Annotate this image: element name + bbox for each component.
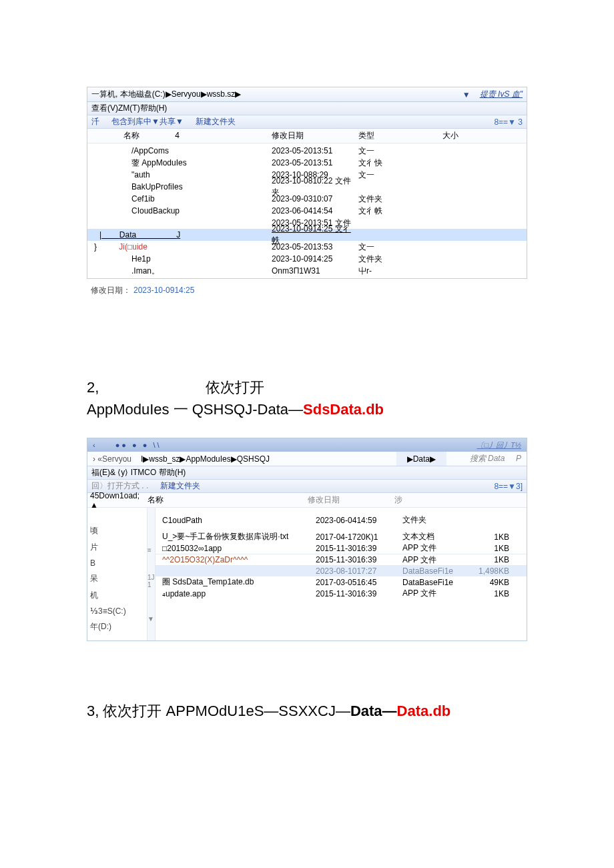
file-row[interactable]: CIoudBackup2023-06-0414:54文彳帙 — [87, 205, 527, 217]
toolbar-new-folder[interactable]: 新建文件夹 — [196, 116, 236, 127]
sidebar-item[interactable]: ⅓3≡S(C:) — [90, 606, 144, 616]
file-row[interactable]: } Ji(□uide2023-05-2013:53文一 — [87, 241, 527, 253]
header-date-2[interactable]: 修改日期 — [308, 494, 394, 506]
step-3-target: Data.db — [397, 703, 451, 719]
file-row[interactable]: /AppComs2023-05-2013:51文一 — [87, 145, 527, 157]
scrollbar-indicator[interactable]: ≡ 1J 1 ▼ — [147, 508, 156, 640]
search-box-2[interactable]: 搜索 Data P — [446, 453, 527, 464]
step-2-heading: 2, 依次打开 AppModuIes 一 QSHSQJ-Data—SdsData… — [87, 376, 527, 420]
sidebar-item[interactable]: 呆 — [90, 573, 144, 584]
sidebar-item[interactable]: 片 — [90, 542, 144, 553]
toolbar-include[interactable]: 包含到库中▼共享▼ — [111, 116, 184, 127]
sidebar-item[interactable]: 机 — [90, 590, 144, 601]
file-list-2: C1oudPath2023-06-0414:59文件夹 U_>要~手工备份恢复数… — [156, 508, 527, 640]
explorer-window-1: 一算机, 本地磁盘(C:)▶Servyou▶wssb.sz▶ ▼ 提责 IvS … — [87, 87, 527, 279]
search-box-text[interactable]: 提责 IvS 血" — [480, 89, 523, 100]
toolbar: 汘 包含到库中▼共享▼ 新建文件夹 8==▼ 3 — [87, 115, 527, 129]
file-list: /AppComs2023-05-2013:51文一 蓥 AppModuIes20… — [87, 143, 527, 278]
file-row[interactable]: U_>要~手工备份恢复数据库说明·txt2017-04-1720K)1文本文档1… — [156, 531, 527, 542]
file-row[interactable]: 蓥 AppModuIes2023-05-2013:51文彳快 — [87, 157, 527, 169]
status-label: 修改日期： — [91, 285, 131, 296]
header-name-2[interactable]: 名称 — [147, 494, 308, 506]
address-dropdown-icon[interactable]: ▼ — [463, 90, 471, 99]
title-dots: ●● ● ● \\ — [115, 441, 162, 449]
address-bar-2[interactable]: › «Servyou I▶wssb_sz▶AppModuIes▶QSHSQJ ▶… — [87, 452, 527, 466]
menu-bar[interactable]: 查看(V)ZM(T)帮助(H) — [87, 102, 527, 115]
step-2-path-prefix: AppModuIes 一 QSHSQJ-Data— — [87, 401, 303, 418]
address-bar[interactable]: 一算机, 本地磁盘(C:)▶Servyou▶wssb.sz▶ ▼ 提责 IvS … — [87, 87, 527, 102]
file-row[interactable]: ^^2O15O32(X)ZaDr^^^^2015-11-3016:39APP 文… — [156, 554, 527, 565]
file-row[interactable]: Cef1ib2023-09-0310:07文件夹 — [87, 193, 527, 205]
file-row[interactable]: BakUpProfiIes2023-10-0810:22 文件夹 — [87, 181, 527, 193]
column-headers: 名称 4 修改日期 类型 大小 — [87, 129, 527, 143]
sidebar-item[interactable]: 年(D:) — [90, 621, 144, 632]
file-row[interactable]: .Iman。Onm3П1W31屮r- — [87, 265, 527, 277]
file-row[interactable]: 圈 SdsData_Temp1ate.db2017-03-0516:45Data… — [156, 576, 527, 588]
header-date[interactable]: 修改日期 — [272, 130, 358, 141]
status-date: 2023-10-0914:25 — [133, 286, 194, 295]
address-path: 一算机, 本地磁盘(C:)▶Servyou▶wssb.sz▶ — [91, 89, 463, 100]
toolbar-left-char: 汘 — [91, 116, 99, 127]
nav-sidebar[interactable]: 顷 片 B 呆 机 ⅓3≡S(C:) 年(D:) — [87, 508, 147, 640]
file-row-selected[interactable]: | Data J 2023-10-0914:25 文彳帙 — [87, 229, 527, 241]
file-row[interactable]: He1p2023-10-0914:25文件夹 — [87, 253, 527, 265]
window-controls[interactable]: 〔□⼃回⼃T½ — [477, 440, 521, 450]
file-row[interactable]: □2015032∞1app2015-11-3016:39APP 文件1KB — [156, 542, 527, 554]
toolbar-open-with[interactable]: 回〉打开方式 . . — [91, 480, 148, 492]
toolbar-view-2[interactable]: 8==▼3] — [494, 482, 523, 491]
file-row-selected-2[interactable]: 2023-08-1017:27DataBaseFi1e1,498KB — [156, 565, 527, 576]
explorer-window-2: ‹ ●● ● ● \\ 〔□⼃回⼃T½ › «Servyou I▶wssb_sz… — [87, 438, 527, 641]
header-type[interactable]: 类型 — [358, 130, 418, 141]
title-bar: ‹ ●● ● ● \\ 〔□⼃回⼃T½ — [87, 438, 527, 452]
toolbar-view-icons[interactable]: 8==▼ 3 — [494, 117, 523, 127]
file-row[interactable]: ₄update.app2015-11-3016:39APP 文件1KB — [156, 588, 527, 599]
step-2-open-text: 依次打开 — [206, 376, 264, 398]
address-servyou: › «Servyou — [87, 454, 137, 464]
sidebar-item[interactable]: B — [90, 558, 144, 568]
header-name[interactable]: 名称 4 — [91, 130, 272, 141]
header-type-2[interactable]: 涉 — [394, 494, 461, 506]
sidebar-header[interactable]: 45Down1oad; ▲ — [87, 491, 147, 510]
address-data-segment[interactable]: ▶Data▶ — [396, 452, 446, 466]
toolbar-2: 回〉打开方式 . . 新建文件夹 8==▼3] — [87, 480, 527, 493]
address-path-2: I▶wssb_sz▶AppModuIes▶QSHSQJ — [137, 454, 396, 464]
toolbar-new-folder-2[interactable]: 新建文件夹 — [160, 480, 200, 492]
step-3-prefix: 3, 依次打开 APPMOdU1eS—SSXXCJ— — [87, 703, 350, 719]
status-bar: 修改日期： 2023-10-0914:25 — [87, 284, 527, 296]
step-3-heading: 3, 依次打开 APPMOdU1eS—SSXXCJ—Data—Data.db — [87, 701, 527, 721]
step-2-path-target: SdsData.db — [303, 401, 384, 418]
sidebar-item[interactable]: 顷 — [90, 525, 144, 536]
header-size[interactable]: 大小 — [418, 130, 458, 141]
column-headers-2: 45Down1oad; ▲ 名称 修改日期 涉 — [87, 493, 527, 508]
step-2-number: 2, — [87, 376, 99, 398]
step-3-bold: Data— — [350, 703, 397, 719]
file-row[interactable]: C1oudPath2023-06-0414:59文件夹 — [156, 514, 527, 526]
menu-bar-2[interactable]: 福(E)& ⟨y⟩ ITMCO 帮助(H) — [87, 466, 527, 480]
